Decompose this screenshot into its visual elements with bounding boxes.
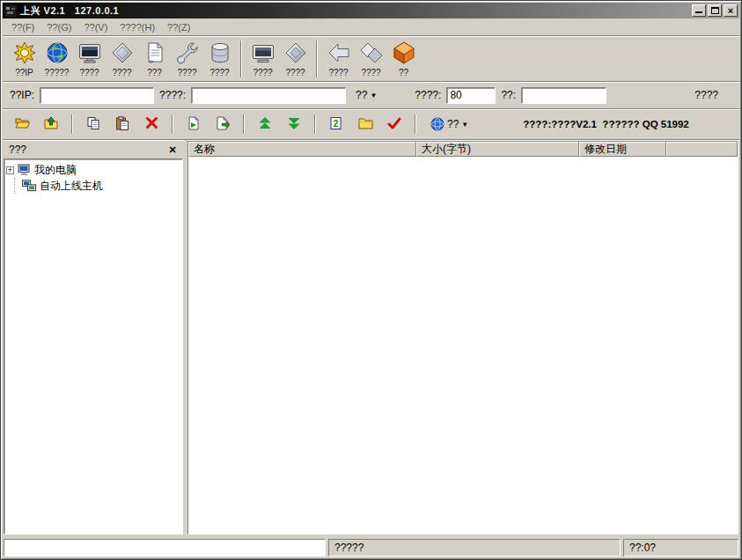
status-count: ??:0? bbox=[623, 539, 738, 556]
remote-run-button[interactable] bbox=[212, 114, 233, 135]
status-mid-text: ????? bbox=[334, 542, 364, 554]
database-icon bbox=[208, 41, 232, 67]
hosts-panel: ??? ✕ + 我的电脑 自动上线主机 bbox=[3, 140, 185, 536]
red-check-icon bbox=[387, 117, 401, 132]
minimize-button[interactable] bbox=[692, 4, 706, 17]
toolbar-button-settings[interactable]: ???? bbox=[171, 38, 203, 80]
hosts-tree: + 我的电脑 自动上线主机 bbox=[4, 158, 183, 534]
column-header-size[interactable]: 大小(字节) bbox=[416, 142, 579, 157]
diamond-icon bbox=[110, 41, 135, 67]
maximize-button[interactable] bbox=[708, 4, 722, 17]
copy-button[interactable] bbox=[83, 114, 104, 135]
double-down-arrow-icon bbox=[287, 116, 301, 133]
column-header-date[interactable]: 修改日期 bbox=[579, 142, 666, 157]
toolbar-button-screen-2[interactable]: ???? bbox=[246, 38, 279, 80]
registration-text: ????:????V2.1 ?????? QQ 51992 bbox=[523, 119, 688, 129]
column-header-name[interactable]: 名称 bbox=[188, 142, 416, 157]
connection-bar: ??IP: ????: ?? ▼ ????: ??: ???? bbox=[3, 82, 739, 109]
toolbar-button-label: ??IP bbox=[15, 68, 33, 77]
toolbar-button-label: ???? bbox=[328, 68, 348, 77]
status-input-field[interactable] bbox=[4, 539, 326, 556]
run-button[interactable] bbox=[183, 114, 204, 135]
file-list-body[interactable] bbox=[188, 157, 738, 534]
toolbar-button-database[interactable]: ???? bbox=[203, 38, 236, 80]
column-header-filler bbox=[666, 142, 738, 157]
tree-item-label: 自动上线主机 bbox=[40, 179, 103, 194]
status-message: ????? bbox=[328, 539, 621, 556]
panel-close-button[interactable]: ✕ bbox=[165, 144, 180, 156]
chevron-down-icon: ▼ bbox=[461, 121, 468, 129]
statusbar: ????? ??:0? bbox=[3, 536, 739, 557]
paste-icon bbox=[115, 116, 129, 133]
toolbar-button-label: ???? bbox=[209, 68, 229, 77]
network-computers-icon bbox=[22, 180, 36, 192]
close-button[interactable]: × bbox=[724, 4, 738, 17]
svg-text:2: 2 bbox=[334, 118, 339, 128]
toolbar-button-diamond-2[interactable]: ???? bbox=[279, 38, 312, 80]
toolbar-button-config-ip[interactable]: ??IP bbox=[8, 38, 40, 80]
domain-input[interactable] bbox=[191, 87, 346, 104]
toolbar-button-label: ???? bbox=[112, 68, 131, 77]
download-button[interactable] bbox=[283, 114, 305, 135]
toolbar-button-screen[interactable]: ???? bbox=[73, 38, 106, 80]
toolbar-button-diamond-1[interactable]: ???? bbox=[106, 38, 138, 80]
toolbar-separator bbox=[243, 114, 245, 134]
globe-icon bbox=[45, 41, 70, 67]
menu-manage[interactable]: ??(G) bbox=[41, 20, 77, 34]
tree-item-online-hosts[interactable]: 自动上线主机 bbox=[14, 178, 180, 194]
monitor2-icon bbox=[251, 41, 275, 67]
menu-view[interactable]: ??(V) bbox=[78, 20, 113, 34]
hosts-panel-title: ??? bbox=[9, 144, 26, 156]
file-list-panel: 名称 大小(字节) 修改日期 bbox=[187, 141, 738, 534]
toolbar-button-document[interactable]: ??? bbox=[138, 38, 171, 80]
menu-help[interactable]: ????(H) bbox=[114, 20, 160, 34]
mode-dropdown[interactable]: ?? ▼ bbox=[351, 87, 381, 103]
view-folder-button[interactable] bbox=[355, 114, 376, 135]
delete-button[interactable] bbox=[141, 114, 162, 135]
open-folder-button[interactable] bbox=[11, 114, 33, 135]
toolbar-button-online[interactable]: ????? bbox=[40, 38, 73, 80]
toolbar-button-label: ?? bbox=[399, 68, 408, 77]
folder-up-button[interactable] bbox=[40, 114, 62, 135]
menu-file[interactable]: ??(F) bbox=[6, 20, 40, 34]
web-dropdown-button[interactable]: ?? ▼ bbox=[426, 114, 473, 135]
window-title: 上兴 V2.1 127.0.0.1 bbox=[20, 4, 119, 18]
note-input[interactable] bbox=[521, 87, 606, 104]
wrench-icon bbox=[175, 41, 200, 67]
run-file-arrow-icon bbox=[216, 116, 230, 133]
note-label: ??: bbox=[501, 89, 516, 101]
toolbar-separator bbox=[240, 41, 242, 77]
domain-label: ????: bbox=[159, 89, 186, 101]
ip-input[interactable] bbox=[40, 87, 154, 104]
menu-about[interactable]: ??(Z) bbox=[162, 20, 195, 34]
app-window: 上兴 V2.1 127.0.0.1 × ??(F) ??(G) ??(V) ??… bbox=[0, 0, 742, 560]
double-diamond-icon bbox=[359, 41, 384, 67]
maximize-icon bbox=[711, 7, 719, 14]
gear-icon bbox=[12, 41, 37, 67]
toolbar-button-home[interactable]: ?? bbox=[387, 38, 420, 80]
toolbar-button-label: ???? bbox=[79, 68, 99, 77]
refresh-button[interactable]: 2 bbox=[326, 114, 347, 135]
hosts-panel-header: ??? ✕ bbox=[4, 141, 183, 158]
toolbar-button-transfer[interactable]: ???? bbox=[355, 38, 387, 80]
computer-icon bbox=[18, 164, 31, 176]
toolbar-button-label: ???? bbox=[253, 68, 272, 77]
expander-plus-icon[interactable]: + bbox=[6, 166, 14, 174]
port-input[interactable] bbox=[446, 87, 496, 104]
back-arrow-icon bbox=[327, 41, 351, 67]
toolbar-separator bbox=[415, 114, 416, 134]
toolbar-button-label: ???? bbox=[285, 68, 305, 77]
upload-button[interactable] bbox=[254, 114, 275, 135]
document-icon bbox=[143, 41, 167, 67]
connect-action-button[interactable]: ???? bbox=[689, 88, 724, 102]
tree-item-my-computer[interactable]: + 我的电脑 bbox=[6, 162, 180, 178]
toolbar-button-back[interactable]: ???? bbox=[322, 38, 355, 80]
paste-button[interactable] bbox=[112, 114, 133, 135]
toolbar-button-label: ????? bbox=[45, 68, 70, 77]
main-toolbar: ??IP ????? ???? ???? ??? ???? ???? bbox=[3, 36, 739, 82]
globe-small-icon bbox=[430, 117, 444, 131]
toolbar-button-label: ??? bbox=[147, 68, 162, 77]
folder-up-icon bbox=[44, 116, 59, 132]
execute-check-button[interactable] bbox=[384, 114, 405, 135]
mode-dropdown-label: ?? bbox=[356, 89, 367, 101]
